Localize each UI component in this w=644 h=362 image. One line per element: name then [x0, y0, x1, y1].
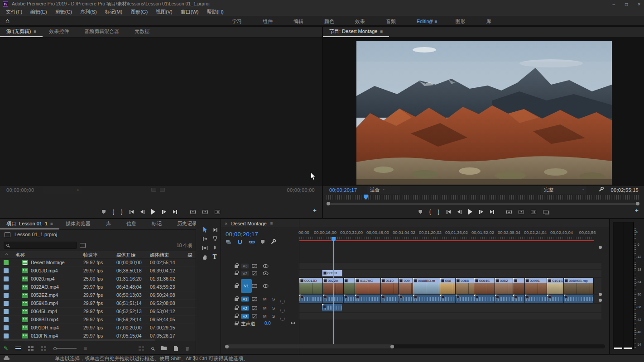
slip-tool[interactable] — [202, 245, 208, 251]
column-name[interactable]: 名称 — [15, 252, 25, 258]
hscroll-handle-right[interactable] — [390, 345, 394, 348]
project-row[interactable]: Desert Montage 29.97 fps 00;00;00;00 00;… — [0, 259, 196, 267]
comparison-view-button[interactable] — [543, 210, 548, 214]
track-target-button[interactable]: V2 — [241, 271, 249, 276]
timeline-video-clip[interactable] — [513, 278, 524, 294]
snap-magnet-icon[interactable] — [237, 239, 243, 245]
extract-button[interactable] — [519, 210, 524, 214]
go-to-in-button[interactable] — [130, 210, 134, 214]
column-media-end[interactable]: 媒体结束 — [150, 252, 169, 258]
timeline-audio-clip[interactable] — [399, 295, 413, 303]
close-icon[interactable]: × — [225, 221, 227, 226]
icon-view-button[interactable] — [28, 346, 34, 351]
menu-item[interactable]: 编辑(E) — [26, 9, 51, 15]
label-chip[interactable] — [4, 301, 9, 306]
sync-lock-icon[interactable] — [252, 264, 257, 268]
mark-out-button[interactable]: } — [438, 210, 440, 214]
step-forward-button[interactable] — [479, 210, 483, 214]
project-row[interactable]: 0059KB.mp4 29.97 fps 06;51;51;14 06;52;0… — [0, 300, 196, 308]
list-view-button[interactable] — [15, 347, 21, 351]
go-to-in-button[interactable] — [447, 210, 451, 214]
mark-out-button[interactable]: } — [121, 210, 123, 214]
timeline-tab[interactable]: Desert Montage — [231, 221, 266, 226]
timeline-hscroll-thumb[interactable] — [225, 344, 394, 348]
label-chip[interactable] — [4, 333, 9, 338]
lock-icon[interactable] — [235, 283, 238, 289]
timeline-video-clip[interactable]: 0110 — [381, 278, 399, 294]
project-row[interactable]: 0091DH.mp4 29.97 fps 07;00;20;00 07;00;2… — [0, 324, 196, 332]
track-target-button[interactable]: V1 — [241, 279, 252, 293]
label-chip[interactable] — [4, 285, 9, 290]
eye-icon[interactable] — [263, 264, 269, 268]
solo-button[interactable]: S — [272, 314, 275, 319]
pan-icon[interactable] — [291, 322, 295, 324]
fit-dropdown[interactable]: 适合 ˇ — [367, 186, 400, 194]
go-to-out-button[interactable] — [490, 210, 494, 214]
close-button[interactable]: × — [638, 2, 640, 7]
timeline-audio-clip[interactable] — [495, 295, 514, 303]
sync-lock-icon[interactable] — [252, 272, 257, 276]
solo-button[interactable]: S — [272, 297, 275, 301]
delete-button[interactable] — [185, 346, 189, 351]
step-back-button[interactable] — [140, 210, 144, 214]
timeline-audio-clip[interactable] — [413, 295, 440, 303]
timeline-timecode[interactable]: 00;00;20;17 — [226, 231, 258, 238]
menu-item[interactable]: 序列(S) — [76, 9, 101, 15]
workspace-tab[interactable]: 颜色 — [315, 18, 346, 25]
go-to-out-button[interactable] — [173, 210, 177, 214]
workspace-tab[interactable]: 学习 — [223, 18, 254, 25]
export-frame-button[interactable] — [531, 210, 536, 214]
lock-icon[interactable] — [235, 305, 238, 311]
panel-tab[interactable]: 效果控件 — [43, 26, 78, 37]
pen-tool[interactable] — [212, 245, 218, 251]
lock-icon[interactable] — [235, 271, 238, 276]
project-row[interactable]: 00020.mp4 25.00 fps 01:31:16:20 01:31:36… — [0, 275, 196, 283]
step-back-button[interactable] — [457, 210, 461, 214]
timeline-video-clip[interactable]: 0101S — [547, 278, 564, 294]
freeform-view-button[interactable] — [41, 346, 46, 351]
project-row[interactable]: 0022AO.mp4 29.97 fps 06;43;48;04 06;43;5… — [0, 283, 196, 291]
add-marker-button[interactable] — [418, 210, 422, 214]
play-button[interactable] — [468, 209, 472, 214]
find-button[interactable] — [151, 347, 154, 350]
panel-tab[interactable]: 库 — [100, 219, 120, 229]
timeline-audio-clip[interactable] — [525, 295, 548, 303]
mark-in-button[interactable]: { — [112, 210, 114, 214]
timeline-audio-clip[interactable] — [564, 295, 594, 303]
project-row[interactable]: 0052EZ.mp4 29.97 fps 06;50;13;03 06;50;2… — [0, 291, 196, 300]
panel-menu-icon[interactable]: ≡ — [270, 221, 273, 226]
timeline-video-clip[interactable]: 008 — [440, 278, 456, 294]
menu-item[interactable]: 图形(G) — [126, 9, 152, 15]
sort-icon[interactable]: ≡ — [84, 345, 87, 352]
timeline-audio-clip[interactable] — [456, 295, 474, 303]
project-row[interactable]: 0088BD.mp4 29.97 fps 06;59;29;14 06;59;4… — [0, 316, 196, 324]
timeline-video-clip[interactable]: 0059KB.mp — [564, 278, 594, 294]
track-target-button[interactable]: A2 — [241, 306, 249, 311]
panel-tab[interactable]: 标记 — [145, 219, 171, 229]
track-target-button[interactable]: A3 — [241, 314, 249, 319]
panel-tab[interactable]: 元数据 — [128, 26, 159, 37]
timeline-video-clip[interactable]: 0052 — [495, 278, 514, 294]
timeline-video-clip[interactable]: 009 — [399, 278, 413, 294]
track-target-button[interactable]: V3 — [241, 263, 249, 268]
label-chip[interactable] — [4, 325, 9, 330]
sync-lock-icon[interactable] — [252, 297, 257, 301]
mute-button[interactable]: M — [263, 314, 267, 319]
hscroll-handle-left[interactable] — [225, 345, 229, 348]
workspace-overflow-chevron[interactable]: » — [426, 17, 438, 24]
menu-item[interactable]: 窗口(W) — [177, 9, 203, 15]
vertical-scroll-handle[interactable] — [599, 299, 602, 302]
timeline-audio-clip[interactable] — [547, 295, 564, 303]
add-marker-icon[interactable] — [261, 240, 264, 244]
play-button[interactable] — [151, 209, 155, 214]
mark-in-button[interactable]: { — [429, 210, 431, 214]
filter-bin-icon[interactable] — [80, 243, 86, 248]
menu-item[interactable]: 文件(F) — [2, 9, 26, 15]
track-lane[interactable] — [299, 313, 601, 319]
program-tab[interactable]: 节目: Desert Montage ≡ — [323, 26, 389, 37]
panel-tab[interactable]: 项目: Lesson 01_1 ≡ — [0, 219, 59, 229]
button-editor-button[interactable]: + — [635, 207, 639, 214]
timeline-video-clip[interactable]: 00991 — [322, 270, 342, 276]
new-item-button[interactable] — [174, 346, 178, 351]
track-select-forward-tool[interactable] — [212, 227, 218, 233]
